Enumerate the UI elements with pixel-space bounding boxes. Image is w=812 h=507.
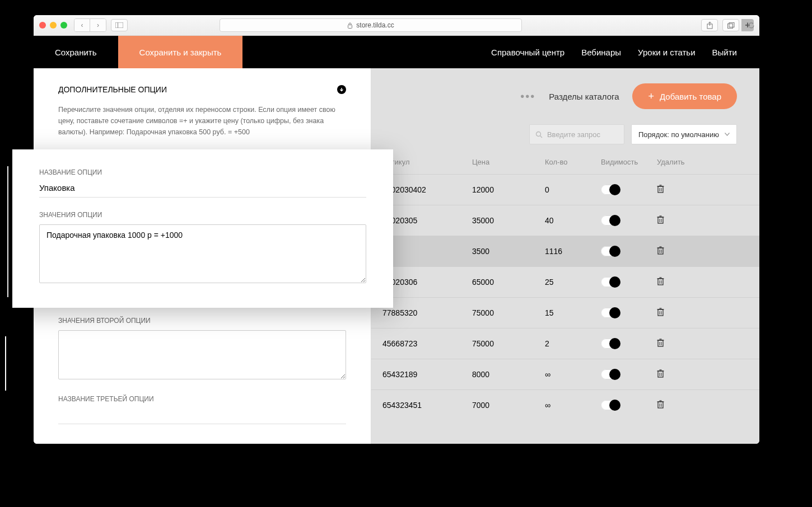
svg-point-6	[536, 132, 540, 136]
chevron-down-icon	[725, 133, 730, 136]
webinars-link[interactable]: Вебинары	[581, 48, 621, 57]
save-close-button[interactable]: Сохранить и закрыть	[118, 36, 243, 68]
callout-line-left2	[5, 336, 6, 391]
plus-icon: +	[648, 91, 654, 102]
table-row[interactable]: 010203053500040	[371, 205, 759, 236]
cell-qty: 15	[545, 308, 601, 317]
logout-link[interactable]: Выйти	[712, 48, 737, 57]
col-price: Цена	[472, 158, 545, 166]
lessons-link[interactable]: Уроки и статьи	[638, 48, 695, 57]
reload-icon[interactable]	[748, 22, 755, 29]
sidebar-toggle-button[interactable]	[111, 19, 128, 31]
address-bar[interactable]: store.tilda.cc	[220, 18, 522, 32]
cell-price: 12000	[472, 185, 545, 194]
table-row[interactable]: 010203066500025	[371, 266, 759, 297]
forward-button[interactable]: ›	[90, 19, 106, 31]
delete-button[interactable]	[657, 185, 702, 195]
cell-sku: 01020305	[382, 216, 472, 225]
cell-qty: 0	[545, 185, 601, 194]
cell-sku: 01020306	[382, 278, 472, 287]
cell-price: 75000	[472, 339, 545, 348]
visibility-toggle[interactable]	[601, 215, 620, 226]
option3-name-label: НАЗВАНИЕ ТРЕТЬЕЙ ОПЦИИ	[58, 395, 346, 403]
delete-button[interactable]	[657, 308, 702, 318]
table-row[interactable]: 45668723750002	[371, 328, 759, 359]
visibility-toggle[interactable]	[601, 400, 620, 410]
delete-button[interactable]	[657, 339, 702, 349]
tabs-button[interactable]	[722, 19, 739, 31]
hint-text: Перечислите значения опции, отделяя их п…	[58, 104, 346, 138]
cell-qty: 1116	[545, 247, 601, 256]
col-sku: Артикул	[382, 158, 472, 166]
table-row[interactable]: 654321898000∞	[371, 359, 759, 389]
svg-rect-8	[658, 186, 663, 193]
cell-sku: 65432189	[382, 370, 472, 379]
help-link[interactable]: Справочный центр	[491, 48, 564, 57]
cell-qty: 25	[545, 278, 601, 287]
delete-button[interactable]	[657, 400, 702, 410]
visibility-toggle[interactable]	[601, 246, 620, 256]
cell-price: 65000	[472, 278, 545, 287]
minimize-icon[interactable]	[50, 22, 57, 29]
cell-price: 8000	[472, 370, 545, 379]
option-values-textarea[interactable]	[39, 224, 366, 283]
search-input[interactable]: Введите запрос	[529, 124, 624, 144]
delete-button[interactable]	[657, 369, 702, 379]
url-text: store.tilda.cc	[356, 21, 394, 29]
delete-button[interactable]	[657, 246, 702, 256]
col-delete: Удалить	[657, 158, 702, 166]
sort-label: Порядок: по умолчанию	[638, 130, 719, 139]
visibility-toggle[interactable]	[601, 369, 620, 379]
svg-rect-33	[658, 340, 663, 346]
option3-name-input[interactable]	[58, 409, 346, 424]
cell-price: 75000	[472, 308, 545, 317]
cell-price: 35000	[472, 216, 545, 225]
col-qty: Кол-во	[545, 158, 601, 166]
close-icon[interactable]	[39, 22, 46, 29]
option-editor-card: НАЗВАНИЕ ОПЦИИ ЗНАЧЕНИЯ ОПЦИИ	[12, 149, 393, 308]
svg-line-7	[540, 135, 542, 138]
browser-chrome: ‹ › store.tilda.cc +	[34, 15, 759, 36]
save-button[interactable]: Сохранить	[34, 36, 118, 68]
visibility-toggle[interactable]	[601, 339, 620, 349]
option2-values-label: ЗНАЧЕНИЯ ВТОРОЙ ОПЦИИ	[58, 317, 346, 325]
svg-rect-13	[658, 217, 663, 223]
svg-rect-28	[658, 309, 663, 316]
add-product-button[interactable]: + Добавить товар	[632, 83, 737, 109]
cell-qty: ∞	[545, 370, 601, 379]
visibility-toggle[interactable]	[601, 308, 620, 318]
table-header: Артикул Цена Кол-во Видимость Удалить	[371, 158, 759, 174]
table-row[interactable]: 6543234517000∞	[371, 389, 759, 420]
delete-button[interactable]	[657, 277, 702, 287]
svg-rect-18	[658, 248, 663, 254]
table-row[interactable]: 0102030402120000	[371, 174, 759, 205]
table-row[interactable]: 35001116	[371, 236, 759, 266]
option-values-label: ЗНАЧЕНИЯ ОПЦИИ	[39, 211, 366, 219]
collapse-icon[interactable]	[337, 85, 346, 94]
option-name-input[interactable]	[39, 182, 366, 198]
search-placeholder: Введите запрос	[547, 130, 600, 139]
col-visibility: Видимость	[601, 158, 657, 166]
visibility-toggle[interactable]	[601, 185, 620, 195]
visibility-toggle[interactable]	[601, 277, 620, 287]
option-name-label: НАЗВАНИЕ ОПЦИИ	[39, 168, 366, 176]
option2-values-textarea[interactable]	[58, 330, 346, 379]
more-menu-icon[interactable]: •••	[520, 90, 535, 103]
catalog-panel: ••• Разделы каталога + Добавить товар Вв…	[371, 68, 759, 444]
share-button[interactable]	[701, 19, 718, 31]
lock-icon	[347, 22, 353, 29]
browser-tools: +	[701, 19, 754, 31]
table-row[interactable]: 778853207500015	[371, 297, 759, 328]
cell-sku: 45668723	[382, 339, 472, 348]
delete-button[interactable]	[657, 215, 702, 226]
svg-rect-38	[658, 371, 663, 377]
search-icon	[535, 131, 543, 138]
cell-qty: 2	[545, 339, 601, 348]
catalog-sections-link[interactable]: Разделы каталога	[549, 92, 619, 101]
back-button[interactable]: ‹	[74, 19, 90, 31]
sort-dropdown[interactable]: Порядок: по умолчанию	[631, 124, 737, 144]
section-title: ДОПОЛНИТЕЛЬНЫЕ ОПЦИИ	[58, 85, 167, 94]
svg-rect-5	[729, 22, 734, 27]
products-table: Артикул Цена Кол-во Видимость Удалить 01…	[371, 158, 759, 420]
zoom-icon[interactable]	[60, 22, 67, 29]
